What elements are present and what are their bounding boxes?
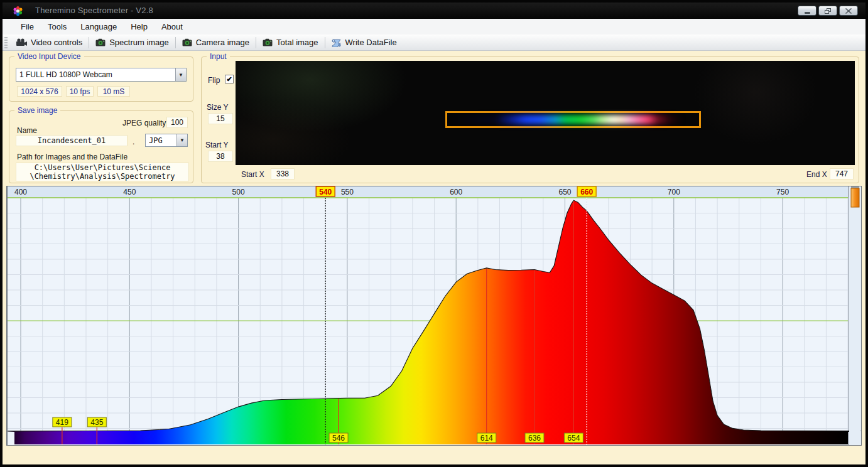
save-image-title: Save image <box>14 106 60 115</box>
toolbar-video-controls[interactable]: Video controls <box>11 35 87 50</box>
toolbar-separator <box>325 37 325 48</box>
menu-file[interactable]: File <box>14 20 41 33</box>
close-button[interactable] <box>839 6 858 16</box>
toolbar-separator <box>175 37 176 48</box>
toolbar-grip[interactable] <box>4 37 8 48</box>
toolbar-label: Video controls <box>31 38 82 47</box>
end-x-value[interactable]: 747 <box>830 168 854 180</box>
minimize-icon <box>805 12 810 14</box>
svg-text:435: 435 <box>90 418 103 427</box>
save-image-group: Save image Name JPEG quality 100 Incande… <box>9 110 193 183</box>
flip-checkbox[interactable] <box>225 75 234 83</box>
app-window: Theremino Spectrometer - V2.8 File Tools… <box>0 0 868 467</box>
svg-text:400: 400 <box>14 188 27 196</box>
flip-label: Flip <box>208 76 220 85</box>
size-y-value[interactable]: 15 <box>208 113 233 124</box>
menu-bar: File Tools Language Help About <box>3 19 865 35</box>
svg-text:450: 450 <box>123 188 136 196</box>
toolbar-label: Spectrum image <box>109 38 169 47</box>
svg-text:540: 540 <box>319 188 332 196</box>
chevron-down-icon[interactable]: ▼ <box>176 134 187 146</box>
svg-text:600: 600 <box>450 188 462 196</box>
client-area: Video Input Device 1 FULL HD 1080P Webca… <box>3 51 865 464</box>
fps-button[interactable]: 10 fps <box>66 86 94 97</box>
window-title: Theremino Spectrometer - V2.8 <box>35 6 153 15</box>
size-y-label: Size Y <box>207 103 228 112</box>
spectrum-chart[interactable]: 5406604004505005506006507007504194355466… <box>6 186 862 446</box>
start-y-value[interactable]: 38 <box>208 151 233 162</box>
toolbar-camera-image[interactable]: Camera image <box>177 35 254 50</box>
toolbar: Video controls Spectrum image Camera ima… <box>3 35 865 51</box>
svg-text:500: 500 <box>232 188 245 196</box>
svg-text:750: 750 <box>776 188 789 196</box>
spectrum-selection-box[interactable] <box>445 111 701 128</box>
menu-about[interactable]: About <box>155 20 190 33</box>
name-label: Name <box>17 126 37 135</box>
input-group: Input Flip Size Y 15 Start Y 38 Start X … <box>201 56 859 183</box>
start-y-label: Start Y <box>205 141 228 149</box>
title-bar: Theremino Spectrometer - V2.8 <box>3 3 865 19</box>
path-field[interactable]: C:\Users\User\Pictures\Science \Chemistr… <box>16 163 189 181</box>
trim-slider-handle[interactable] <box>851 188 859 207</box>
menu-tools[interactable]: Tools <box>41 20 73 33</box>
exposure-button[interactable]: 10 mS <box>97 86 130 97</box>
path-line2: \Chemistry\Analysis\Spectrometry <box>30 172 175 181</box>
toolbar-label: Total image <box>276 38 318 47</box>
svg-text:419: 419 <box>56 418 68 427</box>
video-input-group: Video Input Device 1 FULL HD 1080P Webca… <box>9 56 193 102</box>
toolbar-write-datafile[interactable]: Write DataFile <box>327 35 402 50</box>
input-title: Input <box>207 52 230 61</box>
svg-text:614: 614 <box>480 434 493 443</box>
camera-icon <box>263 38 273 46</box>
restore-button[interactable] <box>818 6 837 16</box>
toolbar-separator <box>256 37 256 48</box>
end-x-label: End X <box>806 170 827 179</box>
video-device-select[interactable]: 1 FULL HD 1080P Webcam ▼ <box>16 68 187 82</box>
start-x-value[interactable]: 338 <box>271 168 295 180</box>
svg-text:650: 650 <box>558 188 571 196</box>
svg-text:636: 636 <box>528 434 541 443</box>
svg-text:654: 654 <box>567 434 580 443</box>
toolbar-spectrum-image[interactable]: Spectrum image <box>90 35 174 50</box>
toolbar-label: Write DataFile <box>345 38 397 47</box>
jpeg-quality-value[interactable]: 100 <box>166 117 188 128</box>
restore-icon <box>825 8 831 14</box>
camera-icon <box>95 38 106 46</box>
close-icon <box>845 8 852 14</box>
svg-text:660: 660 <box>580 188 593 196</box>
start-x-label: Start X <box>241 170 264 179</box>
video-input-title: Video Input Device <box>14 52 84 61</box>
format-select[interactable]: JPG ▼ <box>145 134 188 147</box>
svg-text:550: 550 <box>341 188 354 196</box>
image-name-field[interactable]: Incandescent_01 <box>16 135 127 146</box>
menu-language[interactable]: Language <box>73 20 124 33</box>
resolution-button[interactable]: 1024 x 576 <box>17 86 62 97</box>
toolbar-label: Camera image <box>196 38 249 47</box>
minimize-button[interactable] <box>798 6 816 16</box>
video-camera-icon <box>16 38 27 46</box>
camera-icon <box>182 38 192 46</box>
format-value: JPG <box>146 136 176 145</box>
dot-separator: . <box>133 137 134 146</box>
camera-preview[interactable] <box>236 61 855 165</box>
svg-text:700: 700 <box>668 188 680 196</box>
video-device-value: 1 FULL HD 1080P Webcam <box>16 70 175 79</box>
menu-help[interactable]: Help <box>124 20 155 33</box>
path-line1: C:\Users\User\Pictures\Science <box>35 163 171 172</box>
path-label: Path for Images and the DataFile <box>17 153 127 161</box>
scroll-icon <box>332 38 342 47</box>
chevron-down-icon[interactable]: ▼ <box>175 68 186 81</box>
svg-text:546: 546 <box>332 434 345 443</box>
app-logo-icon <box>13 6 23 16</box>
toolbar-separator <box>89 37 89 48</box>
toolbar-total-image[interactable]: Total image <box>258 35 323 50</box>
jpeg-quality-label: JPEG quality <box>122 119 166 127</box>
spectrum-glow <box>448 115 698 124</box>
